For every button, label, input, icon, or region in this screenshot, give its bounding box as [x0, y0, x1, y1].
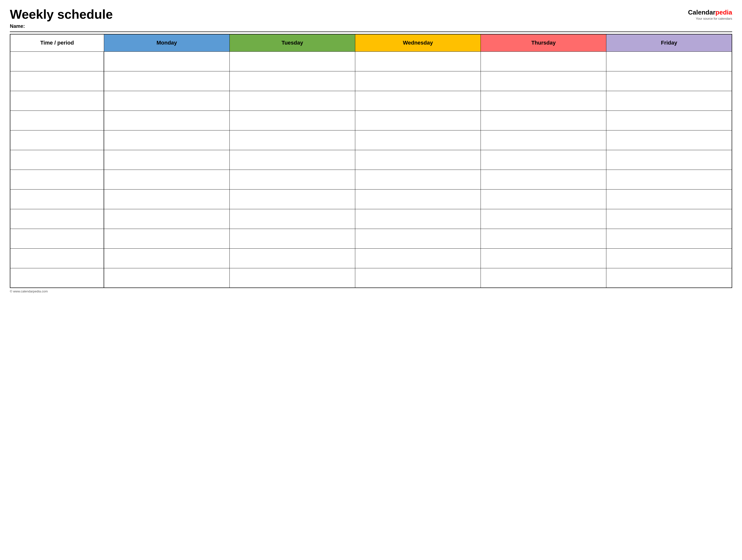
- logo-section: Calendarpedia Your source for calendars: [688, 7, 732, 20]
- schedule-cell[interactable]: [606, 229, 732, 248]
- name-label: Name:: [10, 23, 113, 29]
- schedule-cell[interactable]: [355, 248, 481, 268]
- schedule-cell[interactable]: [606, 268, 732, 288]
- schedule-cell[interactable]: [229, 170, 355, 189]
- schedule-cell[interactable]: [104, 189, 229, 209]
- schedule-cell[interactable]: [229, 229, 355, 248]
- time-cell: [10, 51, 104, 71]
- schedule-cell[interactable]: [229, 51, 355, 71]
- schedule-cell[interactable]: [355, 268, 481, 288]
- schedule-cell[interactable]: [606, 150, 732, 170]
- header-thursday: Thursday: [481, 34, 606, 51]
- schedule-cell[interactable]: [229, 248, 355, 268]
- schedule-cell[interactable]: [606, 91, 732, 111]
- footer: © www.calendarpedia.com: [10, 289, 732, 293]
- page-title: Weekly schedule: [10, 7, 113, 21]
- time-cell: [10, 229, 104, 248]
- schedule-cell[interactable]: [481, 229, 606, 248]
- schedule-cell[interactable]: [355, 209, 481, 229]
- table-row: [10, 229, 732, 248]
- schedule-cell[interactable]: [355, 150, 481, 170]
- page-header: Weekly schedule Name: Calendarpedia Your…: [10, 7, 732, 29]
- time-cell: [10, 111, 104, 130]
- schedule-cell[interactable]: [481, 189, 606, 209]
- table-row: [10, 189, 732, 209]
- schedule-cell[interactable]: [481, 150, 606, 170]
- schedule-cell[interactable]: [481, 209, 606, 229]
- schedule-cell[interactable]: [355, 51, 481, 71]
- schedule-cell[interactable]: [606, 71, 732, 91]
- schedule-cell[interactable]: [355, 170, 481, 189]
- schedule-cell[interactable]: [481, 170, 606, 189]
- schedule-cell[interactable]: [481, 248, 606, 268]
- schedule-cell[interactable]: [229, 111, 355, 130]
- schedule-cell[interactable]: [481, 71, 606, 91]
- header-wednesday: Wednesday: [355, 34, 481, 51]
- schedule-cell[interactable]: [104, 209, 229, 229]
- schedule-cell[interactable]: [606, 209, 732, 229]
- time-cell: [10, 150, 104, 170]
- schedule-cell[interactable]: [481, 91, 606, 111]
- schedule-cell[interactable]: [104, 91, 229, 111]
- schedule-cell[interactable]: [606, 111, 732, 130]
- header-monday: Monday: [104, 34, 229, 51]
- table-row: [10, 71, 732, 91]
- time-cell: [10, 91, 104, 111]
- table-row: [10, 209, 732, 229]
- schedule-cell[interactable]: [481, 111, 606, 130]
- schedule-cell[interactable]: [481, 51, 606, 71]
- schedule-cell[interactable]: [104, 229, 229, 248]
- schedule-cell[interactable]: [104, 170, 229, 189]
- header-time: Time / period: [10, 34, 104, 51]
- schedule-cell[interactable]: [229, 189, 355, 209]
- schedule-cell[interactable]: [606, 248, 732, 268]
- schedule-cell[interactable]: [104, 71, 229, 91]
- schedule-body: [10, 51, 732, 288]
- schedule-cell[interactable]: [355, 111, 481, 130]
- schedule-table: Time / period Monday Tuesday Wednesday T…: [10, 34, 732, 288]
- header-friday: Friday: [606, 34, 732, 51]
- time-cell: [10, 268, 104, 288]
- table-row: [10, 170, 732, 189]
- table-row: [10, 268, 732, 288]
- schedule-cell[interactable]: [355, 189, 481, 209]
- table-row: [10, 150, 732, 170]
- schedule-cell[interactable]: [355, 229, 481, 248]
- schedule-cell[interactable]: [104, 51, 229, 71]
- schedule-cell[interactable]: [606, 170, 732, 189]
- schedule-cell[interactable]: [355, 71, 481, 91]
- schedule-cell[interactable]: [481, 268, 606, 288]
- logo-calendar-part: Calendar: [688, 9, 716, 16]
- logo-pedia-part: pedia: [716, 9, 732, 16]
- schedule-cell[interactable]: [355, 91, 481, 111]
- schedule-cell[interactable]: [481, 130, 606, 150]
- schedule-cell[interactable]: [104, 268, 229, 288]
- schedule-cell[interactable]: [229, 71, 355, 91]
- time-cell: [10, 130, 104, 150]
- table-header-row: Time / period Monday Tuesday Wednesday T…: [10, 34, 732, 51]
- schedule-cell[interactable]: [229, 209, 355, 229]
- schedule-cell[interactable]: [355, 130, 481, 150]
- time-cell: [10, 71, 104, 91]
- schedule-cell[interactable]: [229, 150, 355, 170]
- schedule-cell[interactable]: [229, 91, 355, 111]
- logo-tagline: Your source for calendars: [696, 17, 732, 20]
- table-row: [10, 51, 732, 71]
- time-cell: [10, 170, 104, 189]
- top-divider: [10, 32, 732, 32]
- schedule-cell[interactable]: [606, 189, 732, 209]
- schedule-cell[interactable]: [104, 150, 229, 170]
- schedule-cell[interactable]: [104, 248, 229, 268]
- schedule-cell[interactable]: [104, 111, 229, 130]
- schedule-cell[interactable]: [606, 51, 732, 71]
- schedule-cell[interactable]: [229, 268, 355, 288]
- footer-url: © www.calendarpedia.com: [10, 289, 48, 293]
- schedule-cell[interactable]: [104, 130, 229, 150]
- time-cell: [10, 248, 104, 268]
- title-section: Weekly schedule Name:: [10, 7, 113, 29]
- schedule-cell[interactable]: [606, 130, 732, 150]
- table-row: [10, 130, 732, 150]
- header-tuesday: Tuesday: [229, 34, 355, 51]
- schedule-cell[interactable]: [229, 130, 355, 150]
- logo-text: Calendarpedia: [688, 9, 732, 16]
